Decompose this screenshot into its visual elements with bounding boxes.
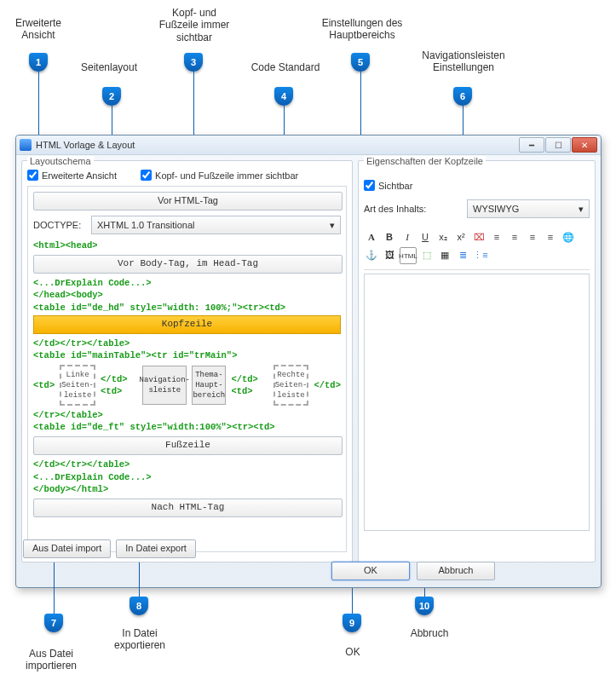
callout-7-label: Aus Datei importieren — [17, 648, 85, 672]
code-main-table: <table id="mainTable"><tr id="trMain"> — [33, 349, 341, 361]
export-button[interactable]: In Datei export — [116, 539, 196, 558]
callout-8-label: In Datei exportieren — [106, 627, 174, 652]
callout-3-badge: 3 — [184, 53, 203, 72]
code-html-head: <html><head> — [33, 239, 341, 251]
kopfzeile-button[interactable]: Kopfzeile — [33, 315, 341, 334]
chevron-down-icon: ▾ — [579, 204, 584, 215]
callout-10-badge: 10 — [415, 597, 434, 615]
layout-group-title: Layoutschema — [27, 156, 94, 166]
align-left-icon[interactable]: ≡ — [489, 229, 504, 245]
clear-format-icon[interactable]: ⌧ — [471, 229, 486, 245]
code-head-close: </head><body> — [33, 289, 341, 301]
align-right-icon[interactable]: ≡ — [525, 229, 540, 245]
callout-9-line — [352, 588, 353, 614]
callout-7-badge: 7 — [44, 614, 63, 632]
right-sidebar-box[interactable]: Rechte Seiten-leiste — [273, 365, 309, 406]
callout-2-badge: 2 — [102, 87, 121, 106]
doctype-label: DOCTYPE: — [33, 220, 84, 230]
header-footer-always-input[interactable] — [141, 170, 152, 181]
doctype-select[interactable]: XHTML 1.0 Transitional ▾ — [91, 216, 341, 234]
sichtbar-input[interactable] — [364, 180, 375, 191]
align-center-icon[interactable]: ≡ — [507, 229, 522, 245]
editor-area[interactable] — [364, 274, 590, 531]
callout-1-badge: 1 — [29, 53, 48, 72]
ordered-list-icon[interactable]: ≣ — [455, 247, 470, 262]
layout-schema-box: Vor HTML-Tag DOCTYPE: XHTML 1.0 Transiti… — [27, 186, 347, 552]
before-body-button[interactable]: Vor Body-Tag, im Head-Tag — [33, 255, 343, 274]
extended-view-checkbox[interactable]: Erweiterte Ansicht — [27, 170, 117, 181]
close-button[interactable]: ✕ — [572, 137, 597, 153]
doctype-value: XHTML 1.0 Transitional — [97, 220, 195, 230]
after-html-button[interactable]: Nach HTML-Tag — [33, 499, 343, 517]
callout-8-badge: 8 — [130, 597, 148, 615]
content-type-label: Art des Inhalts: — [364, 204, 426, 214]
callout-1-label: Erweiterte Ansicht — [9, 17, 68, 42]
right-group-title: Eigenschaften der Kopfzeile — [364, 156, 486, 166]
align-justify-icon[interactable]: ≡ — [543, 229, 558, 245]
header-footer-always-checkbox[interactable]: Kopf- und Fußzeile immer sichtbar — [141, 170, 298, 181]
html-icon[interactable]: HTML — [400, 247, 417, 264]
code-drexplain-1: <...DrExplain Code...> — [33, 277, 341, 289]
right-pane: Eigenschaften der Kopfzeile Sichtbar Art… — [358, 160, 596, 562]
left-sidebar-box[interactable]: Linke Seiten-leiste — [60, 365, 95, 406]
callout-4-badge: 4 — [274, 87, 293, 106]
app-icon — [20, 139, 32, 151]
unordered-list-icon[interactable]: ⋮≡ — [473, 247, 488, 262]
code-table-hd-close: </td></tr></table> — [33, 337, 341, 349]
fusszeile-button[interactable]: Fußzeile — [33, 436, 343, 455]
td-close-1: </td><td> — [101, 373, 137, 397]
left-pane: Layoutschema Erweiterte Ansicht Kopf- un… — [21, 160, 353, 562]
callout-9-label: OK — [336, 646, 370, 658]
callout-6-badge: 6 — [453, 87, 472, 106]
header-footer-always-label: Kopf- und Fußzeile immer sichtbar — [155, 170, 298, 181]
font-icon[interactable]: A — [364, 229, 379, 245]
extended-view-label: Erweiterte Ansicht — [42, 170, 117, 181]
bold-icon[interactable]: B — [382, 229, 397, 245]
callout-8-line — [139, 562, 140, 597]
sichtbar-checkbox[interactable]: Sichtbar — [364, 180, 412, 191]
callout-2-label: Seitenlayout — [75, 61, 143, 73]
minimize-button[interactable]: ━ — [519, 137, 544, 153]
td-close-3: </td> — [314, 379, 341, 391]
callout-9-badge: 9 — [343, 614, 361, 632]
extended-view-input[interactable] — [27, 170, 38, 181]
link-icon[interactable]: 🌐 — [561, 229, 576, 245]
callout-5-label: Einstellungen des Hauptbereichs — [315, 17, 409, 42]
titlebar[interactable]: HTML Vorlage & Layout ━ ☐ ✕ — [16, 136, 601, 155]
callout-3-label: Kopf- und Fußzeile immer sichtbar — [152, 7, 237, 43]
maximize-button[interactable]: ☐ — [545, 137, 571, 153]
import-button[interactable]: Aus Datei import — [23, 539, 111, 558]
image-icon[interactable]: 🖼 — [382, 247, 397, 262]
chevron-down-icon: ▾ — [330, 220, 335, 231]
anchor-icon[interactable]: ⚓ — [364, 247, 379, 262]
main-area-box[interactable]: Thema-Haupt-bereich — [192, 366, 226, 405]
code-table-ft-close: </td></tr></table> — [33, 458, 341, 470]
code-main-close: </tr></table> — [33, 409, 341, 421]
callout-4-label: Code Standard — [247, 61, 324, 73]
callout-10-line — [424, 588, 425, 597]
variable-icon[interactable]: ⬚ — [419, 247, 435, 262]
code-table-hd: <table id="de_hd" style="width: 100%;"><… — [33, 302, 341, 314]
underline-icon[interactable]: U — [417, 229, 433, 245]
code-drexplain-2: <...DrExplain Code...> — [33, 471, 341, 483]
code-body-close: </body></html> — [33, 483, 341, 495]
cancel-button[interactable]: Abbruch — [417, 562, 495, 580]
editor-toolbar: A B I U x₂ x² ⌧ ≡ ≡ ≡ ≡ 🌐 ⚓ 🖼 HTML ⬚ ▦ ≣… — [364, 227, 590, 270]
window-title: HTML Vorlage & Layout — [36, 140, 519, 150]
content-type-select[interactable]: WYSIWYG ▾ — [467, 199, 590, 218]
before-html-button[interactable]: Vor HTML-Tag — [33, 192, 343, 210]
sichtbar-label: Sichtbar — [378, 181, 412, 191]
dialog-window: HTML Vorlage & Layout ━ ☐ ✕ Layoutschema… — [15, 135, 602, 588]
callout-5-badge: 5 — [351, 53, 370, 72]
table-icon[interactable]: ▦ — [437, 247, 452, 262]
callout-6-label: Navigationsleisten Einstellungen — [412, 49, 515, 74]
ok-button[interactable]: OK — [331, 562, 410, 580]
content-type-value: WYSIWYG — [473, 204, 519, 214]
callout-7-line — [54, 562, 55, 614]
nav-sidebar-box[interactable]: Navigation-sleiste — [142, 366, 187, 405]
callout-10-label: Abbruch — [404, 627, 455, 639]
td-close-2: </td><td> — [231, 373, 268, 397]
superscript-icon[interactable]: x² — [453, 229, 469, 245]
italic-icon[interactable]: I — [400, 229, 415, 245]
subscript-icon[interactable]: x₂ — [435, 229, 451, 245]
